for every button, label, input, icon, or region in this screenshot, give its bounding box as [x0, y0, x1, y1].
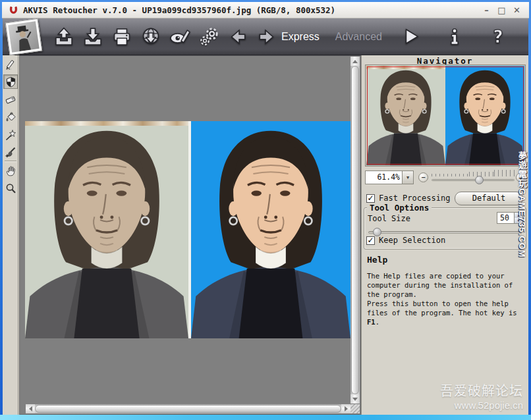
help-paragraph-1: The Help files are copied to your comput… — [367, 271, 525, 299]
play-icon — [401, 27, 421, 47]
watermark-forum-url: www.52pojie.cn — [440, 400, 523, 411]
image-after — [191, 121, 350, 338]
undo-button[interactable] — [226, 24, 250, 50]
arrow-left-icon — [227, 26, 248, 47]
watermark-side: 夢遊電玩GAME735.COM — [516, 151, 528, 258]
open-image-button[interactable] — [52, 24, 76, 50]
horizontal-scroll-thumb[interactable] — [35, 405, 341, 413]
navigator-thumb-after — [445, 66, 524, 165]
watermark-forum-name: 吾爱破解论坛 — [440, 381, 523, 400]
save-image-button[interactable] — [81, 24, 105, 50]
publish-web-button[interactable] — [139, 24, 163, 50]
save-icon — [82, 26, 103, 47]
scroll-right-button[interactable] — [341, 404, 350, 413]
tool-eraser[interactable] — [3, 92, 18, 107]
globe-download-icon — [140, 26, 161, 47]
tool-size-label: Tool Size — [368, 214, 410, 223]
tool-hand[interactable] — [3, 163, 18, 178]
tool-selection-pencil[interactable] — [3, 57, 18, 71]
eraser-icon — [5, 93, 16, 105]
svg-text:?: ? — [493, 27, 503, 47]
main-toolbar: Express Advanced ? — [3, 18, 528, 55]
settings-panel: Navigator — [361, 55, 528, 415]
fast-processing-label: Fast Processing — [379, 194, 450, 203]
photo-damage-strip — [25, 121, 188, 126]
redo-button[interactable] — [255, 24, 279, 50]
help-paragraph-2: Press this button to open the help files… — [367, 299, 525, 327]
fast-processing-checkbox[interactable]: ✓ — [366, 194, 375, 203]
watermark-forum: 吾爱破解论坛 www.52pojie.cn — [440, 381, 523, 411]
man-with-hat-icon — [8, 21, 39, 52]
tab-advanced[interactable]: Advanced — [335, 31, 382, 43]
run-button[interactable] — [399, 24, 423, 50]
zoom-value: 61.4% — [366, 171, 402, 184]
info-icon — [445, 27, 464, 47]
tool-fill[interactable] — [3, 110, 18, 124]
keep-selection-checkbox[interactable]: ✓ — [366, 236, 375, 245]
tool-exclusion[interactable] — [3, 74, 18, 89]
zoom-slider-thumb[interactable] — [475, 176, 484, 184]
scroll-up-button[interactable] — [350, 57, 360, 66]
shield-icon — [5, 76, 16, 88]
printer-icon — [111, 26, 132, 47]
keep-selection-label: Keep Selection — [379, 236, 445, 245]
app-window: AKVIS Retoucher v.7.0 - UP19a099cd935796… — [0, 0, 531, 420]
image-before — [25, 121, 188, 338]
scroll-left-button[interactable] — [26, 404, 35, 413]
paint-bucket-icon — [5, 111, 16, 123]
title-bar[interactable]: AKVIS Retoucher v.7.0 - UP19a099cd935796… — [2, 2, 529, 18]
tool-panel — [3, 55, 18, 415]
horizontal-scrollbar[interactable] — [26, 404, 350, 413]
image-canvas[interactable] — [19, 55, 361, 415]
preview-button[interactable] — [168, 24, 192, 50]
minimize-button[interactable]: – — [481, 5, 492, 16]
brush-plus-icon — [5, 146, 16, 158]
zoom-controls: 61.4% ▼ − + — [362, 169, 528, 186]
gears-icon — [198, 26, 219, 47]
vertical-scroll-thumb[interactable] — [351, 66, 359, 394]
question-icon: ? — [488, 27, 508, 47]
fast-processing-row: ✓ Fast Processing — [366, 194, 450, 203]
window-bottom-border — [0, 415, 531, 420]
window-body: Navigator — [3, 55, 528, 415]
default-button[interactable]: Default — [455, 192, 523, 205]
magnifier-icon — [5, 182, 16, 194]
navigator-preview[interactable] — [365, 65, 526, 167]
help-button[interactable]: ? — [486, 24, 510, 50]
about-button[interactable] — [443, 24, 466, 50]
keep-selection-row: ✓ Keep Selection — [366, 236, 445, 245]
resize-grip[interactable] — [350, 404, 360, 413]
zoom-slider[interactable] — [432, 169, 515, 186]
open-icon — [53, 26, 74, 47]
retoucher-logo-photo — [5, 18, 42, 55]
window-title: AKVIS Retoucher v.7.0 - UP19a099cd935796… — [23, 5, 335, 15]
tool-zoom[interactable] — [3, 181, 18, 196]
tool-options-title: Tool Options — [367, 203, 432, 213]
selection-pencil-icon — [5, 58, 16, 70]
tool-size-value: 50 — [497, 213, 514, 223]
magic-wand-icon — [5, 129, 16, 141]
working-image[interactable] — [25, 121, 350, 338]
tab-express[interactable]: Express — [281, 31, 320, 43]
process-button[interactable] — [197, 24, 221, 50]
scroll-down-button[interactable] — [350, 394, 360, 404]
eye-pencil-icon — [169, 26, 190, 47]
print-image-button[interactable] — [110, 24, 134, 50]
help-section-title: Help — [367, 255, 387, 265]
navigator-thumb-before — [366, 66, 445, 165]
tool-magic-wand[interactable] — [3, 128, 18, 142]
maximize-button[interactable]: □ — [496, 5, 507, 16]
close-button[interactable]: ✕ — [511, 5, 522, 16]
hotkey-label: F1 — [367, 318, 376, 326]
tool-divider — [5, 161, 16, 161]
help-text: The Help files are copied to your comput… — [367, 271, 525, 327]
vertical-scrollbar[interactable] — [350, 57, 360, 404]
akvis-logo-icon — [8, 5, 19, 15]
tool-spot-remover[interactable] — [3, 145, 18, 159]
hand-icon — [5, 165, 16, 176]
zoom-out-button[interactable]: − — [418, 172, 428, 182]
photo-damage-strip — [366, 66, 445, 69]
arrow-right-icon — [256, 26, 277, 47]
zoom-select[interactable]: 61.4% ▼ — [365, 171, 414, 184]
chevron-down-icon[interactable]: ▼ — [402, 171, 413, 184]
